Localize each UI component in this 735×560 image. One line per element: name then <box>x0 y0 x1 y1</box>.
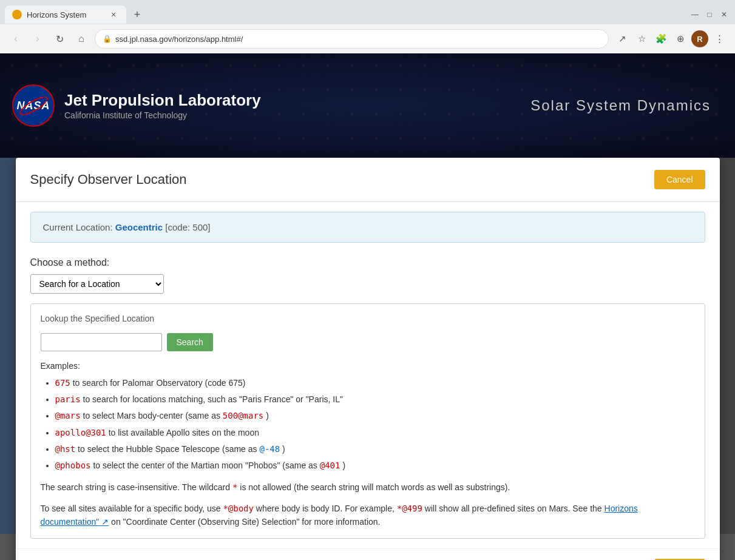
window-maximize-button[interactable]: □ <box>703 8 716 21</box>
modal-header: Specify Observer Location Cancel <box>16 158 720 202</box>
method-select[interactable]: Search for a Location Enter Coordinates … <box>30 274 164 294</box>
address-bar: ‹ › ↻ ⌂ 🔒 ssd.jpl.nasa.gov/horizons/app.… <box>0 24 735 53</box>
examples-list: 675 to search for Palomar Observatory (c… <box>41 376 695 473</box>
tab-close-button[interactable]: × <box>108 9 119 20</box>
example-mars-text: to select Mars body-center (same as <box>83 411 223 420</box>
lookup-title: Lookup the Specified Location <box>41 314 695 323</box>
extension-button[interactable]: 🧩 <box>652 30 669 47</box>
info-wildcard-text: The search string is case-insensitive. T… <box>41 481 695 494</box>
search-input[interactable] <box>41 333 162 351</box>
refresh-button[interactable]: ↻ <box>51 30 68 47</box>
example-hst-code: @hst <box>55 444 76 454</box>
example-paris-text: to search for locations matching, such a… <box>83 394 343 404</box>
nasa-logo: NASA <box>12 84 55 127</box>
title-bar: Horizons System × + — □ ✕ <box>0 0 735 24</box>
jpl-subtitle: California Institute of Technology <box>64 110 261 120</box>
search-button[interactable]: Search <box>167 333 213 351</box>
example-phobos: @phobos to select the center of the Mart… <box>55 458 695 473</box>
example-apollo: apollo@301 to list available Apollo site… <box>55 425 695 440</box>
lock-icon: 🔒 <box>103 35 112 43</box>
body-text-1: To see all sites available for a specifi… <box>41 504 223 513</box>
window-controls: — □ ✕ <box>689 8 730 21</box>
current-location-label: Current Location: <box>43 222 115 232</box>
browser-tab[interactable]: Horizons System × <box>5 5 126 24</box>
body-text-3: will show all pre-defined sites on Mars.… <box>422 504 605 513</box>
example-phobos-inline: @401 <box>320 460 340 470</box>
jpl-title: Jet Propulsion Laboratory <box>64 91 261 110</box>
search-row: Search <box>41 333 695 351</box>
example-675: 675 to search for Palomar Observatory (c… <box>55 376 695 391</box>
bookmark-button[interactable]: ☆ <box>633 30 650 47</box>
back-button[interactable]: ‹ <box>7 30 24 47</box>
example-hst-inline: @-48 <box>259 444 280 454</box>
example-mars-inline: 500@mars <box>223 411 263 420</box>
example-phobos-text: to select the center of the Martian moon… <box>93 460 319 470</box>
ssd-title: Solar System Dynamics <box>530 97 711 114</box>
new-tab-button[interactable]: + <box>129 6 146 23</box>
forward-button[interactable]: › <box>29 30 46 47</box>
choose-method-label: Choose a method: <box>30 257 705 268</box>
extensions-button[interactable]: ⊕ <box>672 30 689 47</box>
body-code-2: *@499 <box>397 504 422 513</box>
modal-dialog: Specify Observer Location Cancel Current… <box>16 158 720 560</box>
main-content: Specify Observer Location Cancel Current… <box>0 158 735 534</box>
example-paris: paris to search for locations matching, … <box>55 392 695 407</box>
nasa-header: NASA Jet Propulsion Laboratory Californi… <box>0 53 735 158</box>
example-mars: @mars to select Mars body-center (same a… <box>55 408 695 423</box>
modal-title: Specify Observer Location <box>30 172 187 187</box>
lookup-section: Lookup the Specified Location Search Exa… <box>30 303 705 539</box>
tab-title: Horizons System <box>27 10 86 19</box>
info-body-text: To see all sites available for a specifi… <box>41 502 695 529</box>
current-location-name: Geocentric <box>115 222 163 232</box>
choose-method-section: Choose a method: Search for a Location E… <box>16 252 720 303</box>
example-675-text: to search for Palomar Observatory (code … <box>73 378 246 388</box>
url-text: ssd.jpl.nasa.gov/horizons/app.html#/ <box>115 35 243 44</box>
modal-footer: Cancel <box>16 548 720 560</box>
current-location-code: [code: 500] <box>163 222 210 232</box>
wildcard-text-1: The search string is case-insensitive. T… <box>41 482 232 492</box>
modal-overlay: Specify Observer Location Cancel Current… <box>0 158 735 534</box>
menu-button[interactable]: ⋮ <box>711 30 728 47</box>
examples-label: Examples: <box>41 361 695 371</box>
jpl-text-area: Jet Propulsion Laboratory California Ins… <box>64 91 261 120</box>
example-phobos-code: @phobos <box>55 460 91 470</box>
profile-button[interactable]: R <box>691 30 708 47</box>
home-button[interactable]: ⌂ <box>73 30 90 47</box>
browser-chrome: Horizons System × + — □ ✕ ‹ › ↻ ⌂ 🔒 ssd.… <box>0 0 735 53</box>
example-675-code: 675 <box>55 378 70 388</box>
example-mars-after: ) <box>266 411 269 420</box>
example-apollo-text: to list available Apollo sites on the mo… <box>109 428 259 437</box>
example-paris-code: paris <box>55 394 81 404</box>
example-hst-after: ) <box>282 444 285 454</box>
example-apollo-code: apollo@301 <box>55 428 106 437</box>
body-text-2: where body is body ID. For example, <box>254 504 397 513</box>
example-hst: @hst to select the Hubble Space Telescop… <box>55 442 695 457</box>
window-close-button[interactable]: ✕ <box>718 8 730 21</box>
current-location-banner: Current Location: Geocentric [code: 500] <box>30 212 705 243</box>
body-code-1: *@body <box>223 504 254 513</box>
url-bar[interactable]: 🔒 ssd.jpl.nasa.gov/horizons/app.html#/ <box>95 29 609 49</box>
cancel-button-top[interactable]: Cancel <box>654 170 705 189</box>
body-text-4: on "Coordinate Center (Observing Site) S… <box>109 517 380 527</box>
tab-favicon <box>12 10 22 19</box>
share-button[interactable]: ↗ <box>614 30 631 47</box>
example-mars-code: @mars <box>55 411 81 420</box>
wildcard-text-2: is not allowed (the search string will m… <box>237 482 510 492</box>
window-minimize-button[interactable]: — <box>689 8 701 21</box>
example-hst-text: to select the Hubble Space Telescope (sa… <box>78 444 259 454</box>
example-phobos-after: ) <box>342 460 345 470</box>
nasa-logo-area: NASA Jet Propulsion Laboratory Californi… <box>12 84 261 127</box>
browser-actions: ↗ ☆ 🧩 ⊕ R ⋮ <box>614 30 728 47</box>
